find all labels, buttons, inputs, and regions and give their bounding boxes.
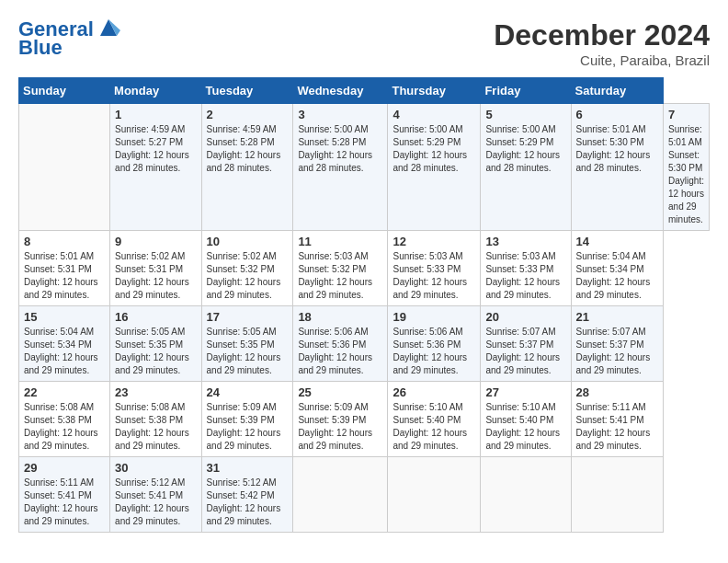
day-info: Sunrise: 5:00 AM Sunset: 5:29 PM Dayligh… (485, 123, 565, 175)
day-info: Sunrise: 5:05 AM Sunset: 5:35 PM Dayligh… (115, 326, 196, 377)
day-info: Sunrise: 5:00 AM Sunset: 5:28 PM Dayligh… (298, 123, 382, 175)
day-number: 2 (207, 108, 289, 121)
weekday-header: Tuesday (201, 78, 293, 104)
day-info: Sunrise: 5:12 AM Sunset: 5:42 PM Dayligh… (207, 477, 289, 528)
day-info: Sunrise: 5:01 AM Sunset: 5:31 PM Dayligh… (24, 250, 105, 302)
day-number: 13 (485, 235, 565, 248)
calendar-cell: 15Sunrise: 5:04 AM Sunset: 5:34 PM Dayli… (19, 306, 110, 382)
calendar-week-row: 15Sunrise: 5:04 AM Sunset: 5:34 PM Dayli… (19, 306, 710, 382)
day-number: 5 (485, 108, 565, 121)
calendar-week-row: 22Sunrise: 5:08 AM Sunset: 5:38 PM Dayli… (19, 382, 710, 457)
day-info: Sunrise: 5:10 AM Sunset: 5:40 PM Dayligh… (485, 401, 565, 453)
calendar-cell: 18Sunrise: 5:06 AM Sunset: 5:36 PM Dayli… (293, 306, 388, 382)
calendar-cell: 6Sunrise: 5:01 AM Sunset: 5:30 PM Daylig… (571, 104, 663, 231)
title-block: December 2024 Cuite, Paraiba, Brazil (494, 18, 710, 68)
day-number: 20 (485, 310, 565, 324)
day-info: Sunrise: 5:07 AM Sunset: 5:37 PM Dayligh… (485, 326, 565, 377)
calendar-cell: 26Sunrise: 5:10 AM Sunset: 5:40 PM Dayli… (388, 382, 481, 457)
page-header: General Blue December 2024 Cuite, Paraib… (18, 18, 710, 68)
day-number: 30 (115, 461, 196, 475)
day-number: 1 (115, 108, 196, 121)
day-info: Sunrise: 4:59 AM Sunset: 5:27 PM Dayligh… (115, 123, 196, 175)
calendar-cell: 29Sunrise: 5:11 AM Sunset: 5:41 PM Dayli… (19, 457, 110, 533)
day-info: Sunrise: 5:03 AM Sunset: 5:33 PM Dayligh… (485, 250, 565, 302)
calendar-cell (481, 457, 571, 533)
day-info: Sunrise: 5:00 AM Sunset: 5:29 PM Dayligh… (392, 123, 475, 175)
calendar-cell: 31Sunrise: 5:12 AM Sunset: 5:42 PM Dayli… (201, 457, 293, 533)
weekday-header: Saturday (571, 78, 663, 104)
day-info: Sunrise: 5:01 AM Sunset: 5:30 PM Dayligh… (576, 123, 658, 175)
day-number: 21 (576, 310, 658, 324)
day-info: Sunrise: 5:08 AM Sunset: 5:38 PM Dayligh… (115, 401, 196, 453)
day-info: Sunrise: 5:03 AM Sunset: 5:32 PM Dayligh… (298, 250, 382, 302)
day-info: Sunrise: 5:08 AM Sunset: 5:38 PM Dayligh… (24, 401, 105, 453)
month-title: December 2024 (494, 18, 710, 52)
day-number: 6 (576, 108, 658, 121)
calendar-cell (19, 104, 110, 231)
day-number: 10 (207, 235, 289, 248)
calendar-cell (571, 457, 663, 533)
calendar-cell: 14Sunrise: 5:04 AM Sunset: 5:34 PM Dayli… (571, 231, 663, 306)
calendar-table: SundayMondayTuesdayWednesdayThursdayFrid… (18, 77, 710, 533)
day-info: Sunrise: 5:11 AM Sunset: 5:41 PM Dayligh… (24, 477, 105, 528)
day-number: 15 (24, 310, 105, 324)
day-number: 19 (392, 310, 475, 324)
day-number: 31 (207, 461, 289, 475)
day-number: 23 (115, 385, 196, 399)
weekday-header: Friday (481, 78, 571, 104)
calendar-cell (293, 457, 388, 533)
day-number: 12 (392, 235, 475, 248)
calendar-cell: 9Sunrise: 5:02 AM Sunset: 5:31 PM Daylig… (110, 231, 201, 306)
day-number: 25 (298, 385, 382, 399)
calendar-cell: 11Sunrise: 5:03 AM Sunset: 5:32 PM Dayli… (293, 231, 388, 306)
day-info: Sunrise: 5:06 AM Sunset: 5:36 PM Dayligh… (298, 326, 382, 377)
calendar-cell: 27Sunrise: 5:10 AM Sunset: 5:40 PM Dayli… (481, 382, 571, 457)
calendar-week-row: 29Sunrise: 5:11 AM Sunset: 5:41 PM Dayli… (19, 457, 710, 533)
calendar-cell: 17Sunrise: 5:05 AM Sunset: 5:35 PM Dayli… (201, 306, 293, 382)
weekday-header: Sunday (19, 78, 110, 104)
day-number: 29 (24, 461, 105, 475)
weekday-header: Thursday (388, 78, 481, 104)
day-number: 8 (24, 235, 105, 248)
day-number: 9 (115, 235, 196, 248)
calendar-cell: 2Sunrise: 4:59 AM Sunset: 5:28 PM Daylig… (201, 104, 293, 231)
calendar-cell: 21Sunrise: 5:07 AM Sunset: 5:37 PM Dayli… (571, 306, 663, 382)
day-info: Sunrise: 5:06 AM Sunset: 5:36 PM Dayligh… (392, 326, 475, 377)
weekday-header: Wednesday (293, 78, 388, 104)
calendar-week-row: 1Sunrise: 4:59 AM Sunset: 5:27 PM Daylig… (19, 104, 710, 231)
calendar-cell (388, 457, 481, 533)
day-info: Sunrise: 5:04 AM Sunset: 5:34 PM Dayligh… (576, 250, 658, 302)
day-info: Sunrise: 5:09 AM Sunset: 5:39 PM Dayligh… (298, 401, 382, 453)
calendar-cell: 20Sunrise: 5:07 AM Sunset: 5:37 PM Dayli… (481, 306, 571, 382)
calendar-cell: 16Sunrise: 5:05 AM Sunset: 5:35 PM Dayli… (110, 306, 201, 382)
day-info: Sunrise: 5:02 AM Sunset: 5:32 PM Dayligh… (207, 250, 289, 302)
day-number: 4 (392, 108, 475, 121)
day-number: 18 (298, 310, 382, 324)
day-number: 24 (207, 385, 289, 399)
day-info: Sunrise: 5:11 AM Sunset: 5:41 PM Dayligh… (576, 401, 658, 453)
day-number: 11 (298, 235, 382, 248)
day-info: Sunrise: 5:05 AM Sunset: 5:35 PM Dayligh… (207, 326, 289, 377)
weekday-header: Monday (110, 78, 201, 104)
calendar-cell: 19Sunrise: 5:06 AM Sunset: 5:36 PM Dayli… (388, 306, 481, 382)
day-info: Sunrise: 5:01 AM Sunset: 5:30 PM Dayligh… (668, 123, 704, 226)
day-number: 27 (485, 385, 565, 399)
day-info: Sunrise: 5:09 AM Sunset: 5:39 PM Dayligh… (207, 401, 289, 453)
calendar-cell: 13Sunrise: 5:03 AM Sunset: 5:33 PM Dayli… (481, 231, 571, 306)
day-number: 26 (392, 385, 475, 399)
calendar-cell: 12Sunrise: 5:03 AM Sunset: 5:33 PM Dayli… (388, 231, 481, 306)
day-info: Sunrise: 5:03 AM Sunset: 5:33 PM Dayligh… (392, 250, 475, 302)
calendar-cell: 25Sunrise: 5:09 AM Sunset: 5:39 PM Dayli… (293, 382, 388, 457)
calendar-cell: 24Sunrise: 5:09 AM Sunset: 5:39 PM Dayli… (201, 382, 293, 457)
day-number: 16 (115, 310, 196, 324)
calendar-cell: 30Sunrise: 5:12 AM Sunset: 5:41 PM Dayli… (110, 457, 201, 533)
day-number: 22 (24, 385, 105, 399)
calendar-cell: 5Sunrise: 5:00 AM Sunset: 5:29 PM Daylig… (481, 104, 571, 231)
day-info: Sunrise: 5:10 AM Sunset: 5:40 PM Dayligh… (392, 401, 475, 453)
weekday-header-row: SundayMondayTuesdayWednesdayThursdayFrid… (19, 78, 710, 104)
calendar-cell: 3Sunrise: 5:00 AM Sunset: 5:28 PM Daylig… (293, 104, 388, 231)
calendar-cell: 4Sunrise: 5:00 AM Sunset: 5:29 PM Daylig… (388, 104, 481, 231)
day-info: Sunrise: 5:12 AM Sunset: 5:41 PM Dayligh… (115, 477, 196, 528)
day-info: Sunrise: 5:07 AM Sunset: 5:37 PM Dayligh… (576, 326, 658, 377)
logo-icon (97, 16, 120, 40)
